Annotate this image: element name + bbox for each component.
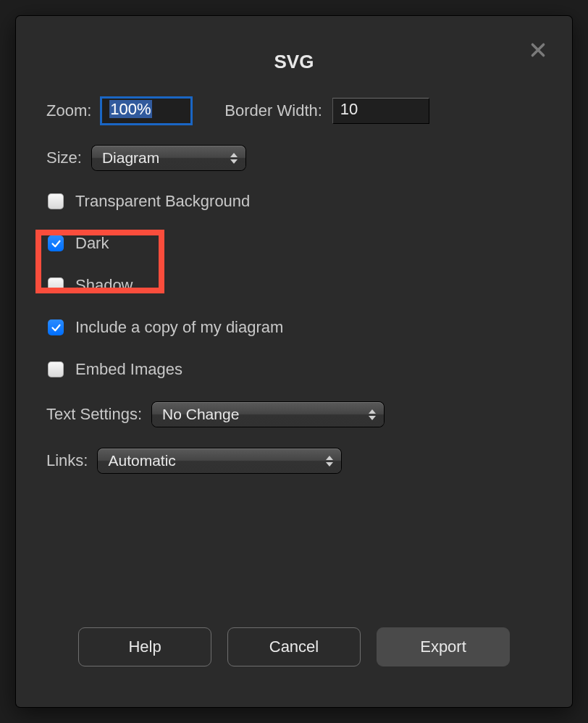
cancel-button[interactable]: Cancel — [227, 627, 361, 666]
checkbox-transparent[interactable]: Transparent Background — [48, 192, 542, 211]
zoom-input[interactable]: 100% — [101, 98, 191, 124]
checkbox-icon — [48, 235, 64, 251]
border-width-input[interactable]: 10 — [332, 98, 429, 124]
border-width-label: Border Width: — [224, 101, 322, 120]
text-settings-row: Text Settings: No Change — [46, 402, 542, 427]
checkbox-label: Dark — [75, 234, 109, 253]
text-settings-value: No Change — [162, 406, 239, 423]
size-label: Size: — [46, 149, 82, 167]
size-select[interactable]: Diagram — [92, 146, 245, 170]
checkbox-icon — [48, 193, 64, 209]
links-value: Automatic — [108, 452, 175, 469]
checkbox-icon — [48, 362, 64, 377]
export-svg-dialog: SVG Zoom: 100% Border Width: 10 Size: Di… — [16, 16, 572, 707]
help-button[interactable]: Help — [78, 627, 211, 666]
checkbox-shadow[interactable]: Shadow — [48, 276, 542, 295]
checkbox-label: Include a copy of my diagram — [75, 318, 283, 337]
zoom-label: Zoom: — [46, 101, 91, 120]
dialog-title: SVG — [16, 16, 572, 73]
updown-icon — [228, 150, 240, 166]
updown-icon — [324, 453, 335, 469]
checkbox-dark[interactable]: Dark — [48, 234, 542, 253]
links-select[interactable]: Automatic — [98, 448, 341, 473]
size-row: Size: Diagram — [46, 146, 542, 170]
checkbox-icon — [48, 277, 64, 293]
links-label: Links: — [46, 451, 88, 470]
close-icon[interactable] — [529, 41, 547, 59]
size-select-value: Diagram — [102, 149, 159, 167]
text-settings-select[interactable]: No Change — [152, 402, 384, 427]
checkbox-embed-images[interactable]: Embed Images — [48, 360, 542, 379]
checkbox-label: Transparent Background — [75, 192, 250, 211]
checkbox-include-copy[interactable]: Include a copy of my diagram — [48, 318, 542, 337]
dialog-footer: Help Cancel Export — [16, 627, 572, 666]
zoom-border-row: Zoom: 100% Border Width: 10 — [46, 98, 542, 124]
export-button[interactable]: Export — [377, 627, 510, 666]
updown-icon — [366, 406, 378, 422]
checkbox-label: Embed Images — [75, 360, 182, 379]
links-row: Links: Automatic — [46, 448, 542, 473]
checkbox-icon — [48, 319, 64, 335]
checkbox-label: Shadow — [75, 276, 133, 295]
text-settings-label: Text Settings: — [46, 405, 142, 424]
